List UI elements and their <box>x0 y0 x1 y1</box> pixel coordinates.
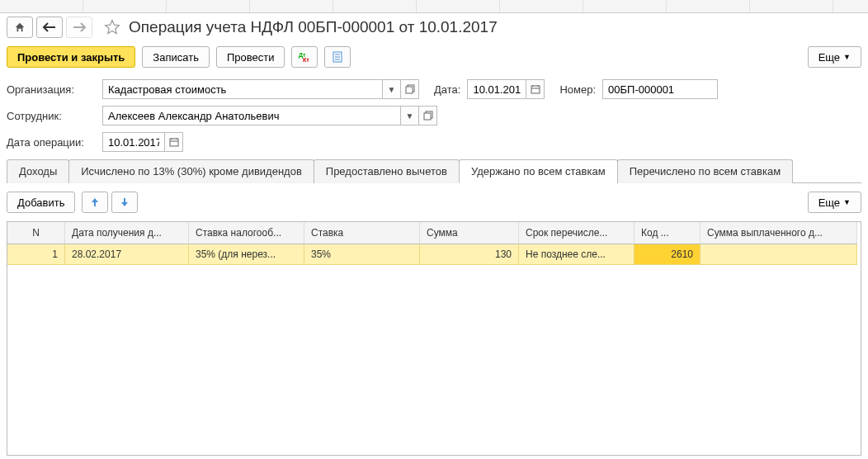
cell-n[interactable]: 1 <box>7 244 65 265</box>
employee-input[interactable] <box>102 106 401 125</box>
svg-rect-7 <box>406 87 413 93</box>
employee-label: Сотрудник: <box>7 110 96 122</box>
post-button[interactable]: Провести <box>216 46 285 68</box>
more-label: Еще <box>818 51 840 64</box>
cell-date[interactable]: 28.02.2017 <box>65 244 189 265</box>
add-button[interactable]: Добавить <box>7 192 75 213</box>
back-button[interactable] <box>36 17 63 38</box>
more-button[interactable]: Еще ▼ <box>808 46 861 68</box>
cell-sum[interactable]: 130 <box>420 244 519 265</box>
svg-text:Кт: Кт <box>303 57 309 63</box>
date-label: Дата: <box>434 83 460 96</box>
chevron-down-icon: ▼ <box>843 198 851 206</box>
chevron-down-icon: ▼ <box>843 53 851 61</box>
col-code[interactable]: Код ... <box>634 222 701 244</box>
employee-dropdown-button[interactable]: ▼ <box>401 106 419 125</box>
document-button[interactable] <box>324 46 351 68</box>
post-and-close-button[interactable]: Провести и закрыть <box>7 46 135 68</box>
table-empty-area[interactable] <box>7 265 861 455</box>
register-movements-button[interactable]: ДтКт <box>291 46 318 68</box>
cell-code[interactable]: 2610 <box>634 244 701 265</box>
cell-paid-sum[interactable] <box>701 244 857 265</box>
col-rate[interactable]: Ставка <box>304 222 420 244</box>
org-label: Организация: <box>7 83 96 96</box>
op-date-calendar-button[interactable] <box>165 132 183 152</box>
org-input[interactable] <box>102 79 383 99</box>
tab-calc13[interactable]: Исчислено по 13% (30%) кроме дивидендов <box>68 159 314 183</box>
move-up-button[interactable] <box>82 192 108 213</box>
cell-deadline[interactable]: Не позднее сле... <box>519 244 634 265</box>
number-input[interactable] <box>602 79 718 99</box>
tab-more-label: Еще <box>818 196 840 209</box>
col-deadline[interactable]: Срок перечисле... <box>519 222 634 244</box>
move-down-button[interactable] <box>111 192 138 213</box>
page-title: Операция учета НДФЛ 00БП-000001 от 10.01… <box>129 18 498 36</box>
cell-rate[interactable]: 35% <box>304 244 420 265</box>
window-top-decor <box>0 0 868 13</box>
op-date-input[interactable] <box>102 132 165 152</box>
tab-more-button[interactable]: Еще ▼ <box>808 192 861 213</box>
favorite-icon[interactable] <box>104 19 120 35</box>
date-input[interactable] <box>467 79 526 99</box>
forward-button[interactable] <box>66 17 92 38</box>
tab-withheld[interactable]: Удержано по всем ставкам <box>459 159 618 183</box>
tab-deductions[interactable]: Предоставлено вычетов <box>314 159 460 183</box>
write-button[interactable]: Записать <box>142 46 210 68</box>
employee-open-button[interactable] <box>419 106 437 125</box>
table: N Дата получения д... Ставка налогооб...… <box>7 221 861 456</box>
svg-rect-14 <box>170 139 178 146</box>
col-paid-sum[interactable]: Сумма выплаченного д... <box>701 222 857 244</box>
svg-rect-13 <box>424 113 431 120</box>
col-rate-type[interactable]: Ставка налогооб... <box>189 222 304 244</box>
op-date-label: Дата операции: <box>7 136 96 149</box>
number-label: Номер: <box>559 83 596 96</box>
cell-rate-type[interactable]: 35% (для нерез... <box>189 244 304 265</box>
svg-rect-8 <box>531 86 540 93</box>
org-dropdown-button[interactable]: ▼ <box>383 79 401 99</box>
tab-income[interactable]: Доходы <box>7 159 69 183</box>
tab-transferred[interactable]: Перечислено по всем ставкам <box>617 159 793 183</box>
date-calendar-button[interactable] <box>526 79 545 99</box>
col-n[interactable]: N <box>7 222 65 244</box>
home-button[interactable] <box>7 17 33 38</box>
org-open-button[interactable] <box>401 79 419 99</box>
col-sum[interactable]: Сумма <box>420 222 519 244</box>
col-date[interactable]: Дата получения д... <box>65 222 189 244</box>
